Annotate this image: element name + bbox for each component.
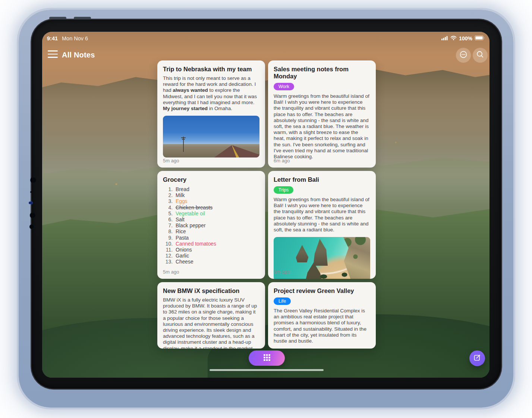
wallpaper-farm-light xyxy=(116,184,117,185)
list-item: Black pepper xyxy=(163,223,259,229)
note-title: Letter from Bali xyxy=(274,176,370,183)
list-item: Cheese xyxy=(163,259,259,265)
page-title: All Notes xyxy=(62,51,95,59)
note-card-grocery[interactable]: Grocery Bread Milk Eggs Chicken breasts … xyxy=(157,171,265,279)
nebraska-road-photo xyxy=(163,116,259,157)
grocery-list: Bread Milk Eggs Chicken breasts Vegetabl… xyxy=(163,187,259,265)
search-button[interactable] xyxy=(473,48,488,63)
note-timestamp: 6m ago xyxy=(274,158,290,163)
list-item: Milk xyxy=(163,193,259,199)
grid-icon xyxy=(263,354,271,363)
camera-sensor-dot xyxy=(30,191,32,193)
battery-percent: 100% xyxy=(459,35,472,41)
note-title: New BMW iX specification xyxy=(163,287,259,294)
note-card-sales-meeting[interactable]: Sales meeting notes from Monday Work War… xyxy=(268,60,376,168)
note-card-letter-from-bali[interactable]: Letter from Bali Trips Warm greetings fr… xyxy=(268,171,376,279)
clock: 9:41 xyxy=(47,35,58,41)
search-icon xyxy=(476,50,484,60)
ellipsis-circle-icon xyxy=(459,50,468,60)
front-camera xyxy=(30,177,37,183)
tablet-screen: 9:41 Mon Nov 6 100% All Notes xyxy=(42,32,489,378)
status-bar: 9:41 Mon Nov 6 100% xyxy=(42,35,489,42)
list-item: Pasta xyxy=(163,235,259,241)
compose-button[interactable] xyxy=(469,350,485,366)
camera-indicator xyxy=(29,202,33,204)
compose-icon xyxy=(473,353,481,363)
note-body: This trip is not only meant to serve as … xyxy=(163,75,259,112)
list-item: Eggs xyxy=(163,199,259,205)
camera-lens-3 xyxy=(29,224,34,229)
note-card-bmw-ix[interactable]: New BMW iX specification BMW iX is a ful… xyxy=(157,282,265,349)
list-item: Garlic xyxy=(163,253,259,259)
page: 9:41 Mon Nov 6 100% All Notes xyxy=(0,0,532,418)
date: Mon Nov 6 xyxy=(62,35,88,41)
cellular-signal-icon xyxy=(441,35,448,41)
tag-work[interactable]: Work xyxy=(274,83,294,90)
note-body: BMW iX is a fully electric luxury SUV pr… xyxy=(163,297,259,349)
tag-life[interactable]: Life xyxy=(274,297,291,305)
more-button[interactable] xyxy=(456,48,471,63)
note-body: The Green Valley Residential Complex is … xyxy=(274,308,370,344)
camera-lens-2 xyxy=(30,212,36,218)
apps-grid-button[interactable] xyxy=(249,350,285,366)
note-title: Sales meeting notes from Monday xyxy=(274,66,370,80)
list-item: Vegetable oil xyxy=(163,211,259,217)
note-timestamp: 5m ago xyxy=(163,158,179,163)
list-item: Onions xyxy=(163,247,259,253)
note-title: Grocery xyxy=(163,176,259,183)
list-item: Bread xyxy=(163,187,259,193)
menu-icon[interactable] xyxy=(48,50,58,58)
note-body: Warm greetings from the beautiful island… xyxy=(274,93,370,160)
note-title: Trip to Nebraska with my team xyxy=(163,66,259,73)
note-body: Warm greetings from the beautiful island… xyxy=(274,197,370,233)
note-card-trip-to-nebraska[interactable]: Trip to Nebraska with my team This trip … xyxy=(157,60,265,168)
note-title: Project review Green Valley xyxy=(274,287,370,294)
list-item: Chicken breasts xyxy=(163,205,259,211)
list-item: Rice xyxy=(163,229,259,235)
wifi-icon xyxy=(450,35,457,41)
battery-icon xyxy=(475,35,485,41)
notes-grid: Trip to Nebraska with my team This trip … xyxy=(157,60,376,349)
note-timestamp: 6m ago xyxy=(274,269,290,275)
note-timestamp: 5m ago xyxy=(163,269,179,275)
home-indicator[interactable] xyxy=(210,369,324,371)
note-card-green-valley[interactable]: Project review Green Valley Life The Gre… xyxy=(268,282,376,349)
list-item: Salt xyxy=(163,217,259,223)
tag-trips[interactable]: Trips xyxy=(274,186,293,194)
wallpaper-farm-light xyxy=(395,142,396,143)
list-item: Canned tomatoes xyxy=(163,241,259,247)
